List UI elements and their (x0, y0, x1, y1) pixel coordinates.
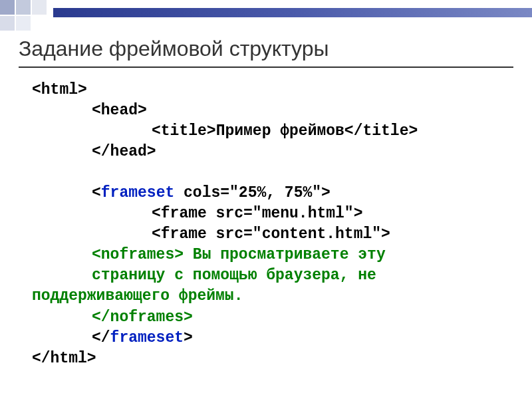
code-line (32, 162, 513, 183)
decor-bar (53, 8, 532, 17)
code-line: <frameset cols="25%, 75%"> (32, 183, 513, 203)
decor-square (16, 16, 31, 31)
code-line: страницу с помощью браузера, не (32, 265, 513, 286)
slide-title: Задание фреймовой структуры (19, 37, 513, 68)
decor-square (32, 0, 47, 15)
slide-content: Задание фреймовой структуры <html> <head… (19, 37, 513, 369)
slide-decoration (0, 0, 532, 28)
code-line: <head> (32, 100, 513, 121)
code-block: <html> <head> <title>Пример фреймов</tit… (19, 80, 513, 369)
code-line: <frame src="menu.html"> (32, 203, 513, 224)
code-line: </frameset> (32, 328, 513, 348)
decor-square (0, 16, 15, 31)
code-line: <frame src="content.html"> (32, 224, 513, 245)
code-line: поддерживающего фреймы. (32, 286, 513, 307)
code-line: </noframes> (32, 307, 513, 328)
code-line: <html> (32, 80, 513, 100)
code-line: </head> (32, 142, 513, 162)
decor-square (16, 0, 31, 15)
code-line: </html> (32, 348, 513, 369)
decor-square (0, 0, 15, 15)
code-line: <title>Пример фреймов</title> (32, 121, 513, 142)
code-line: <noframes> Вы просматриваете эту (32, 245, 513, 265)
